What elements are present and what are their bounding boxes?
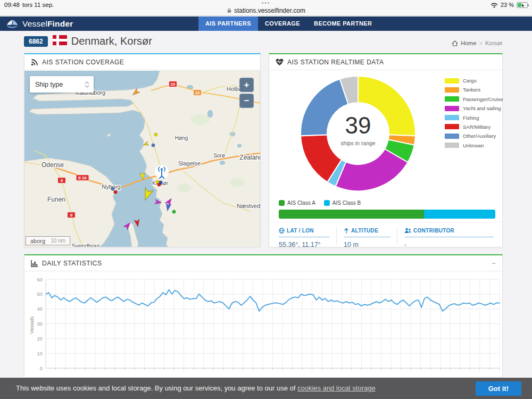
cookie-accept-button[interactable]: Got it!: [476, 381, 521, 396]
main-navbar: VesselFinder AIS PARTNERSCOVERAGEBECOME …: [0, 16, 532, 31]
road-badge-9: 9: [68, 212, 76, 218]
legend-label: SAR/Military: [463, 124, 491, 130]
nav-item-ais-partners[interactable]: AIS PARTNERS: [198, 16, 258, 31]
heartbeat-icon: [276, 59, 284, 66]
svg-text:23: 23: [195, 90, 200, 95]
address-bar[interactable]: stations.vesselfinder.com: [0, 7, 532, 14]
legend-item-sar-military[interactable]: SAR/Military: [445, 124, 503, 130]
page-header: 6862Denmark, Korsør Home > Korsør: [24, 35, 505, 50]
browser-menu-dots[interactable]: •••: [0, 0, 532, 6]
altitude-label: ALTITUDE: [344, 228, 390, 237]
contributor-value: -: [404, 241, 494, 248]
ship-marker-2[interactable]: [154, 133, 157, 136]
donut-legend: CargoTankersPassenger/CruiseYacht and sa…: [445, 78, 503, 148]
ship-marker-4[interactable]: [152, 144, 155, 147]
map-label-odense: Odense: [41, 161, 64, 169]
latlon-stat: LAT / LON 55.36°, 11.17°: [279, 228, 330, 248]
map-canvas[interactable]: 232323E 2099 KalundborgHolbækHøngSorøZea…: [24, 71, 260, 247]
legend-label: Unknown: [463, 143, 484, 148]
breadcrumb: Home > Korsør: [452, 40, 503, 46]
home-icon: [452, 40, 458, 46]
svg-text:E 20: E 20: [78, 176, 86, 180]
broadcast-icon: [31, 59, 38, 66]
road-badge-23: 23: [169, 81, 177, 87]
y-axis-title: Vessels: [29, 316, 35, 334]
donut-slice-cargo[interactable]: [358, 76, 415, 136]
breadcrumb-home[interactable]: Home: [461, 40, 476, 46]
denmark-flag-icon: [53, 35, 67, 45]
y-axis-tick-0: 0: [40, 365, 43, 371]
realtime-panel-header: AIS STATION REALTIME DATA: [269, 54, 502, 70]
donut-slice-other-auxiliary[interactable]: [301, 79, 348, 136]
coverage-panel: AIS STATION COVERAGE: [24, 53, 261, 247]
cookie-policy-link[interactable]: cookies and local storage: [297, 384, 376, 392]
legend-label: Yacht and sailing: [463, 105, 501, 111]
nav-menu: AIS PARTNERSCOVERAGEBECOME PARTNER: [198, 16, 379, 31]
breadcrumb-current: Korsør: [485, 40, 503, 46]
map-zoom-control: + −: [239, 78, 254, 110]
y-axis-tick-10: 10: [37, 351, 43, 356]
ship-type-dropdown[interactable]: Ship type: [30, 76, 94, 93]
legend-item-other-auxiliary[interactable]: Other/Auxiliary: [445, 133, 503, 139]
legend-label: Other/Auxiliary: [463, 133, 496, 139]
small-island: [108, 134, 111, 137]
ship-marker-9[interactable]: [141, 187, 153, 202]
coverage-panel-header: AIS STATION COVERAGE: [24, 54, 260, 70]
ais-class-a-legend: AIS Class A: [279, 200, 315, 206]
ais-class-a-swatch: [279, 200, 285, 206]
legend-item-passenger-cruise[interactable]: Passenger/Cruise: [445, 96, 503, 102]
ship-marker-8[interactable]: [157, 183, 161, 186]
cookie-banner: This website uses cookies and local stor…: [0, 378, 532, 399]
ship-marker-13[interactable]: [172, 210, 176, 213]
legend-item-yacht-and-sailing[interactable]: Yacht and sailing: [445, 105, 503, 111]
legend-swatch: [445, 143, 459, 148]
zoom-in-button[interactable]: +: [239, 78, 254, 92]
map-label-h-ng: Høng: [175, 135, 188, 141]
collapse-panel-button[interactable]: −: [492, 260, 496, 267]
map-label-zealand: Zealand: [239, 154, 260, 161]
ship-type-label: Ship type: [35, 81, 63, 88]
contributor-stat: CONTRIBUTOR -: [404, 228, 494, 248]
wifi-icon: [491, 2, 498, 8]
ship-marker-15[interactable]: [114, 190, 117, 194]
zoom-out-button[interactable]: −: [239, 94, 254, 108]
altitude-value: 10 m: [344, 241, 390, 248]
y-axis-tick-60: 60: [37, 277, 43, 282]
legend-item-unknown[interactable]: Unknown: [445, 143, 503, 148]
realtime-panel-title: AIS STATION REALTIME DATA: [287, 59, 384, 66]
legend-swatch: [445, 124, 459, 129]
ais-class-b-swatch: [324, 200, 330, 206]
road-badge-e-20: E 20: [76, 175, 89, 181]
nav-item-coverage[interactable]: COVERAGE: [258, 16, 307, 31]
ais-class-ratio-bar: [279, 210, 495, 219]
legend-item-tankers[interactable]: Tankers: [445, 87, 503, 93]
ship-marker-14[interactable]: [111, 187, 114, 190]
legend-swatch: [445, 87, 459, 93]
legend-item-cargo[interactable]: Cargo: [445, 78, 503, 84]
vessels-line-chart: 0102030405060Vessels: [29, 275, 501, 379]
map-label-svendborg: Svendborg: [71, 243, 99, 247]
bar-chart-icon: [31, 260, 38, 267]
coverage-map[interactable]: 232323E 2099 KalundborgHolbækHøngSorøZea…: [24, 71, 260, 247]
map-scale-ghost-text: aborg: [30, 238, 45, 244]
legend-label: Fishing: [463, 115, 479, 121]
lock-icon: [227, 7, 232, 13]
vesselfinder-logo[interactable]: VesselFinder: [5, 16, 73, 31]
langeland-island: [128, 222, 138, 247]
sort-caret-icon: [85, 81, 89, 88]
ship-types-donut-chart: [296, 72, 421, 195]
map-scale-label: 10 nm: [51, 238, 65, 244]
funen-landmass: [24, 158, 116, 247]
road-badge-9: 9: [58, 178, 66, 184]
battery-percent: 23 %: [501, 2, 514, 8]
map-label-slagelse: Slagelse: [178, 160, 201, 167]
ship-marker-17[interactable]: [134, 219, 140, 228]
stats-divider: [336, 227, 337, 245]
browser-chrome: 09:48 tors 11 sep. ••• stations.vesselfi…: [0, 0, 532, 16]
legend-item-fishing[interactable]: Fishing: [445, 115, 503, 121]
nav-item-become-partner[interactable]: BECOME PARTNER: [307, 16, 379, 31]
legend-swatch: [445, 106, 459, 111]
boat-logo-icon: [5, 19, 19, 28]
ais-station-marker[interactable]: [155, 165, 169, 179]
users-icon: [404, 228, 411, 234]
